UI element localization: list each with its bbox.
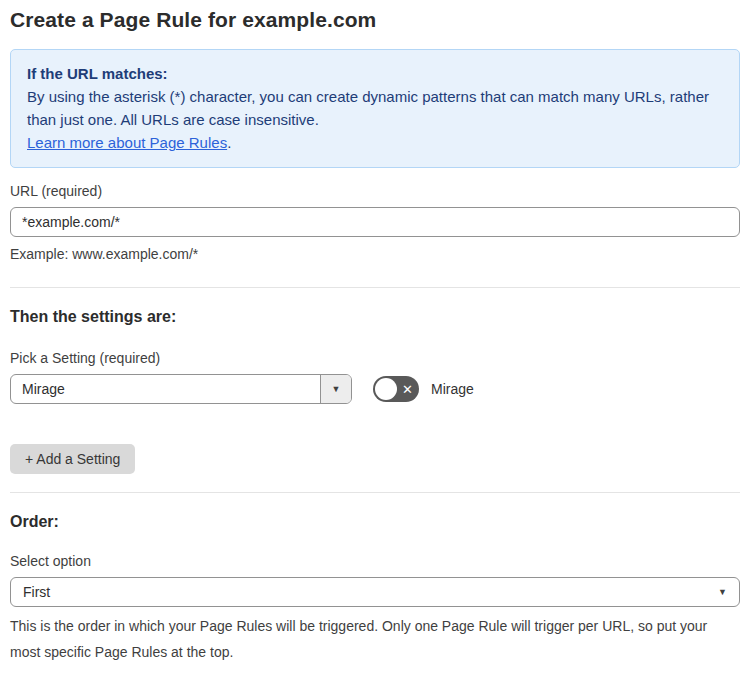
divider [10,287,740,288]
order-section-heading: Order: [10,513,740,531]
url-example-helper: Example: www.example.com/* [10,244,740,265]
toggle-knob [375,378,397,400]
setting-row: Mirage ▼ ✕ Mirage [10,374,740,404]
divider [10,492,740,493]
add-setting-button[interactable]: + Add a Setting [10,444,135,474]
select-option-label: Select option [10,553,740,569]
info-box-link-line: Learn more about Page Rules. [27,131,723,154]
pick-setting-label: Pick a Setting (required) [10,350,740,366]
chevron-down-icon: ▼ [332,385,341,394]
x-icon: ✕ [402,383,413,396]
setting-dropdown[interactable]: Mirage ▼ [10,374,352,404]
mirage-toggle[interactable]: ✕ [373,376,419,402]
info-box-heading: If the URL matches: [27,62,723,85]
page-rule-form: Create a Page Rule for example.com If th… [0,0,750,684]
order-select-value: First [23,584,50,600]
link-period: . [227,134,231,151]
url-field-label: URL (required) [10,183,740,199]
setting-dropdown-arrow-button[interactable]: ▼ [320,375,351,403]
setting-dropdown-value: Mirage [11,375,320,403]
learn-more-link[interactable]: Learn more about Page Rules [27,134,227,151]
toggle-label: Mirage [431,381,474,397]
info-box-body: By using the asterisk (*) character, you… [27,85,723,131]
page-title: Create a Page Rule for example.com [10,8,740,32]
chevron-down-icon: ▼ [718,588,727,597]
url-match-info-box: If the URL matches: By using the asteris… [10,49,740,168]
settings-section-heading: Then the settings are: [10,308,740,326]
url-input[interactable] [10,207,740,237]
order-helper-text: This is the order in which your Page Rul… [10,613,740,665]
order-select[interactable]: First ▼ [10,577,740,607]
